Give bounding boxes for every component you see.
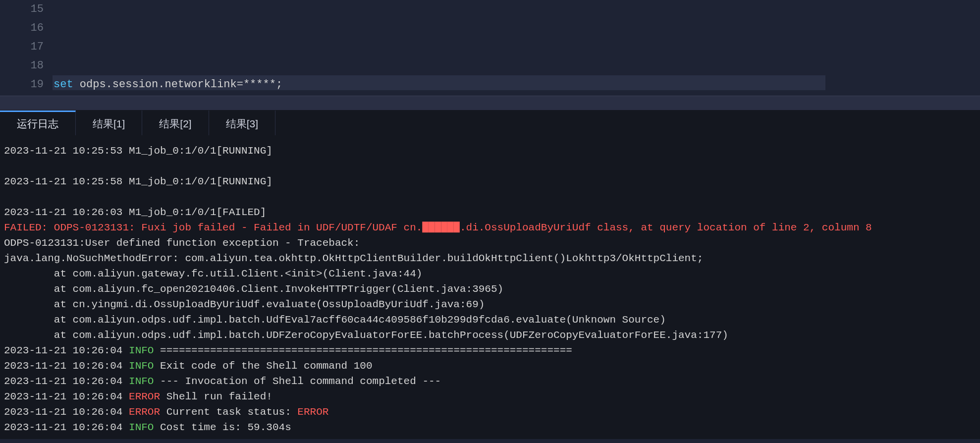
tab-result-3[interactable]: 结果[3] xyxy=(209,111,275,135)
log-timestamp: 2023-11-21 10:26:04 xyxy=(4,391,122,402)
tab-run-log[interactable]: 运行日志 xyxy=(0,111,76,135)
log-line: 2023-11-21 10:26:04 ERROR Current task s… xyxy=(4,404,976,420)
run-log-panel[interactable]: 2023-11-21 10:25:53 M1_job_0:1/0/1[RUNNI… xyxy=(0,135,980,439)
log-line: at com.aliyun.odps.udf.impl.batch.UdfEva… xyxy=(4,312,976,328)
code-token: = xyxy=(237,78,243,91)
tab-result-1[interactable]: 结果[1] xyxy=(76,111,142,135)
log-text: at cn.yingmi.di.OssUploadByUriUdf.evalua… xyxy=(4,299,485,310)
log-message: --- Invocation of Shell command complete… xyxy=(160,376,441,387)
log-text: at com.aliyun.odps.udf.impl.batch.UDFZer… xyxy=(4,330,728,341)
log-level: INFO xyxy=(129,422,154,433)
line-number: 20 xyxy=(0,94,44,96)
log-timestamp: 2023-11-21 10:26:04 xyxy=(4,345,122,356)
log-text: at com.aliyun.fc_open20210406.Client.Inv… xyxy=(4,283,503,295)
log-line: 2023-11-21 10:26:04 INFO ===============… xyxy=(4,343,976,358)
tab-label: 结果[3] xyxy=(226,117,258,131)
log-message: Cost time is: 59.304s xyxy=(160,422,291,433)
log-text: M1_job_0:1/0/1[RUNNING] xyxy=(122,176,272,187)
log-error-text: FAILED: ODPS-0123131: Fuxi job failed - … xyxy=(4,222,872,233)
log-line: at com.aliyun.fc_open20210406.Client.Inv… xyxy=(4,281,976,297)
line-number: 15 xyxy=(0,0,44,19)
log-timestamp: 2023-11-21 10:25:53 xyxy=(4,145,122,157)
code-line[interactable]: set odps.session.networklink=*****; xyxy=(54,75,980,94)
tab-label: 结果[1] xyxy=(93,117,125,131)
tab-label: 运行日志 xyxy=(17,117,58,131)
log-message: Current task status: xyxy=(166,406,298,418)
log-text: java.lang.NoSuchMethodError: com.aliyun.… xyxy=(4,253,703,264)
code-line[interactable] xyxy=(54,56,980,75)
log-line: 2023-11-21 10:26:04 INFO Exit code of th… xyxy=(4,358,976,374)
log-line: FAILED: ODPS-0123131: Fuxi job failed - … xyxy=(4,220,976,235)
log-line xyxy=(4,189,976,205)
code-area[interactable]: set odps.session.networklink=*****;selec… xyxy=(54,0,980,96)
log-line: 2023-11-21 10:26:04 INFO --- Invocation … xyxy=(4,374,976,389)
log-level: INFO xyxy=(129,345,154,356)
log-text: M1_job_0:1/0/1[FAILED] xyxy=(122,207,266,218)
output-tabbar: 运行日志结果[1]结果[2]结果[3] xyxy=(0,111,980,135)
log-line: 2023-11-21 10:25:58 M1_job_0:1/0/1[RUNNI… xyxy=(4,174,976,189)
log-line: 2023-11-21 10:26:04 INFO Cost time is: 5… xyxy=(4,420,976,435)
log-timestamp: 2023-11-21 10:26:04 xyxy=(4,376,122,387)
code-editor[interactable]: 151617181920 set odps.session.networklin… xyxy=(0,0,980,96)
log-timestamp: 2023-11-21 10:26:04 xyxy=(4,360,122,372)
log-line: at cn.yingmi.di.OssUploadByUriUdf.evalua… xyxy=(4,297,976,312)
code-token: ***** xyxy=(243,78,276,91)
log-text: at com.aliyun.odps.udf.impl.batch.UdfEva… xyxy=(4,314,666,326)
code-line[interactable]: select oss_upload_by_uri_fc(fc_api_url, … xyxy=(54,94,980,96)
log-line: java.lang.NoSuchMethodError: com.aliyun.… xyxy=(4,251,976,266)
line-number: 16 xyxy=(0,19,44,38)
log-line: 2023-11-21 10:26:04 ERROR Shell run fail… xyxy=(4,389,976,404)
code-token: ; xyxy=(276,78,282,91)
log-line xyxy=(4,159,976,174)
line-number-gutter: 151617181920 xyxy=(0,0,54,96)
log-timestamp: 2023-11-21 10:25:58 xyxy=(4,176,122,187)
log-message: Exit code of the Shell command 100 xyxy=(160,360,372,372)
code-token: odps.session.networklink xyxy=(73,78,237,91)
log-line: 2023-11-21 10:25:53 M1_job_0:1/0/1[RUNNI… xyxy=(4,143,976,159)
line-number: 18 xyxy=(0,56,44,75)
line-number: 17 xyxy=(0,38,44,56)
tab-result-2[interactable]: 结果[2] xyxy=(142,111,209,135)
log-message-error: ERROR xyxy=(297,406,328,418)
log-line: 2023-11-21 10:26:03 M1_job_0:1/0/1[FAILE… xyxy=(4,205,976,220)
log-message: ========================================… xyxy=(160,345,572,356)
log-level: ERROR xyxy=(129,391,160,402)
log-text: M1_job_0:1/0/1[RUNNING] xyxy=(122,145,272,157)
code-token: set xyxy=(54,78,73,91)
log-timestamp: 2023-11-21 10:26:03 xyxy=(4,207,122,218)
log-text: at com.aliyun.gateway.fc.util.Client.<in… xyxy=(4,268,422,279)
log-level: INFO xyxy=(129,376,154,387)
panel-divider[interactable] xyxy=(0,96,980,111)
log-level: ERROR xyxy=(129,406,160,418)
line-number: 19 xyxy=(0,75,44,94)
log-level: INFO xyxy=(129,360,154,372)
log-line: at com.aliyun.odps.udf.impl.batch.UDFZer… xyxy=(4,328,976,343)
log-timestamp: 2023-11-21 10:26:04 xyxy=(4,422,122,433)
log-text: ODPS-0123131:User defined function excep… xyxy=(4,237,360,249)
log-line: ODPS-0123131:User defined function excep… xyxy=(4,235,976,251)
log-timestamp: 2023-11-21 10:26:04 xyxy=(4,406,122,418)
log-message: Shell run failed! xyxy=(166,391,272,402)
log-line: at com.aliyun.gateway.fc.util.Client.<in… xyxy=(4,266,976,281)
tab-label: 结果[2] xyxy=(159,117,191,131)
